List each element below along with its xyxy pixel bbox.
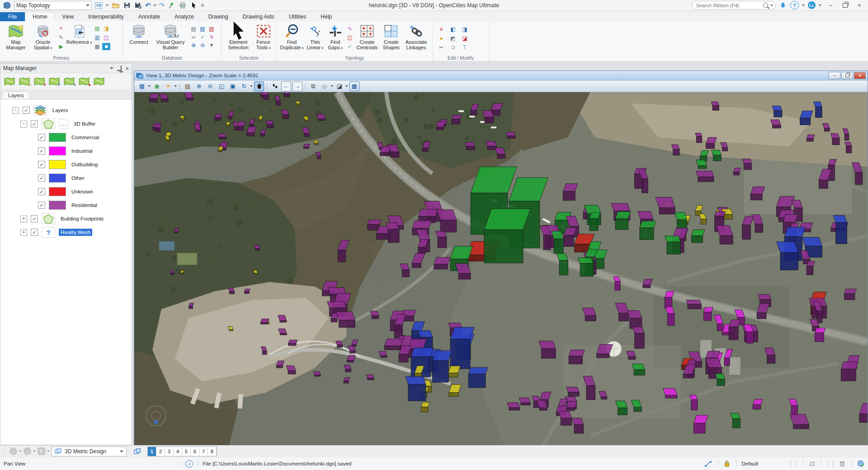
- ribbon-search-input[interactable]: [695, 2, 761, 9]
- update-view-icon[interactable]: ▧: [183, 81, 193, 91]
- pan-icon[interactable]: [254, 81, 264, 91]
- panel-pin-icon[interactable]: [117, 66, 122, 71]
- layer-row-commercial[interactable]: ✓Commercial: [0, 131, 132, 144]
- verify-database-icon[interactable]: ✓: [198, 33, 207, 41]
- active-design-selector[interactable]: 3D Metric Design: [52, 446, 127, 456]
- layer-row-reality-mesh[interactable]: +✓?Reality Mesh: [0, 226, 132, 239]
- close-button[interactable]: ×: [854, 1, 865, 9]
- account-chevron-icon[interactable]: [818, 5, 822, 6]
- commit-map-icon[interactable]: ✓: [49, 77, 60, 86]
- element-selection-quick-icon[interactable]: [189, 1, 198, 9]
- view-tab-5[interactable]: 5: [182, 447, 191, 456]
- extend-line-icon[interactable]: ⊃: [449, 44, 457, 51]
- fit-view-icon[interactable]: ▣: [228, 81, 238, 91]
- save-settings-icon[interactable]: [134, 1, 143, 9]
- clip-mask-chevron-icon[interactable]: [345, 85, 348, 87]
- geo-coordinate-icon[interactable]: [857, 460, 864, 467]
- layer-visibility-checkbox[interactable]: ✓: [31, 229, 38, 236]
- annotation-scale-icon[interactable]: [808, 460, 816, 467]
- layer-color-swatch[interactable]: [49, 201, 66, 210]
- layer-visibility-checkbox[interactable]: ✓: [38, 174, 45, 182]
- view-close-button[interactable]: ×: [854, 72, 866, 79]
- layer-visibility-checkbox[interactable]: ✓: [31, 120, 38, 127]
- layer-label[interactable]: Building Footprints: [59, 215, 105, 222]
- database-options-icon[interactable]: ▼: [208, 42, 216, 49]
- tree-expander-icon[interactable]: −: [20, 121, 27, 127]
- notifications-bell-icon[interactable]: [778, 1, 788, 9]
- view-title-bar[interactable]: View 1, 3D Metric Design - Zoom Scale = …: [134, 71, 868, 80]
- thin-linear-button[interactable]: Thin Linear: [305, 23, 325, 52]
- element-selection-button[interactable]: Element Selection: [224, 23, 252, 51]
- layer-row-other[interactable]: ✓Other: [0, 171, 132, 185]
- view-next-icon[interactable]: →: [292, 81, 302, 91]
- merge-left-icon[interactable]: ◧: [449, 26, 457, 33]
- rotate-view-icon[interactable]: ↻: [239, 81, 249, 91]
- layer-visibility-checkbox[interactable]: ✓: [38, 202, 45, 209]
- view-attributes-icon[interactable]: ▦: [137, 81, 147, 91]
- modify-element-icon[interactable]: ◩: [449, 35, 457, 42]
- partial-delete-icon[interactable]: ◪: [461, 35, 469, 42]
- oracle-spatial-button[interactable]: Oracle Spatial: [30, 23, 56, 52]
- redo-icon[interactable]: ↷: [159, 2, 165, 9]
- query-database-icon[interactable]: ⊕: [189, 42, 198, 49]
- layer-label[interactable]: 3D Buffer: [72, 120, 97, 127]
- undo-icon[interactable]: ↶: [145, 2, 151, 9]
- associate-linkages-button[interactable]: Associate Linkages: [403, 23, 429, 51]
- reference-button[interactable]: Reference: [66, 23, 92, 47]
- view-groups-icon[interactable]: [132, 447, 143, 456]
- view-attributes-chevron-icon[interactable]: [148, 85, 151, 87]
- delete-element-icon[interactable]: ×: [437, 26, 445, 33]
- raster-legend-icon[interactable]: ●: [79, 77, 90, 86]
- layer-visibility-checkbox[interactable]: ✓: [38, 147, 45, 155]
- tab-file[interactable]: File: [0, 12, 25, 21]
- locks-icon[interactable]: [723, 460, 731, 467]
- remove-map-index-icon[interactable]: ×: [57, 25, 65, 32]
- layer-color-swatch[interactable]: [49, 146, 66, 155]
- markups-icon[interactable]: ◫: [102, 34, 110, 41]
- view-tab-7[interactable]: 7: [199, 447, 208, 456]
- view-restore-button[interactable]: [841, 72, 853, 79]
- back-view-button[interactable]: ←: [9, 447, 17, 455]
- link-tables-icon[interactable]: ∞: [189, 33, 198, 41]
- unregister-tables-icon[interactable]: ▧: [208, 25, 216, 33]
- view-tab-3[interactable]: 3: [165, 447, 174, 456]
- new-map-icon[interactable]: [4, 77, 15, 86]
- tab-analyze[interactable]: Analyze: [167, 12, 201, 21]
- view-tab-1[interactable]: 1: [148, 447, 156, 456]
- layer-label[interactable]: Outbuilding: [70, 161, 99, 168]
- layer-row-residential[interactable]: ✓Residential: [0, 198, 132, 212]
- tab-view[interactable]: View: [55, 12, 81, 21]
- edit-feature-icon[interactable]: ✎: [57, 34, 65, 41]
- layer-label[interactable]: Reality Mesh: [59, 229, 92, 236]
- layer-label[interactable]: Residential: [70, 202, 99, 209]
- overlap-shapes-icon[interactable]: ◫: [346, 34, 354, 41]
- tree-expander-icon[interactable]: +: [20, 229, 27, 236]
- v8-format-icon[interactable]: V8: [94, 1, 103, 9]
- select-clip-icon[interactable]: ▩: [349, 81, 359, 91]
- layer-visibility-checkbox[interactable]: ✓: [31, 215, 38, 222]
- find-duplicate-button[interactable]: Find Duplicate: [279, 23, 304, 52]
- history-chevron-icon[interactable]: [47, 451, 50, 452]
- layer-color-swatch[interactable]: [49, 174, 66, 183]
- view-history-button[interactable]: ↻: [38, 447, 45, 455]
- layer-label[interactable]: Other: [70, 174, 86, 182]
- create-centroids-button[interactable]: Create Centroids: [355, 23, 380, 51]
- help-chevron-icon[interactable]: [802, 5, 805, 6]
- change-attributes-icon[interactable]: ●: [437, 35, 445, 42]
- validate-shape-icon[interactable]: ✓: [346, 43, 354, 50]
- walk-icon[interactable]: [270, 81, 280, 91]
- copy-view-icon[interactable]: ⧉: [308, 81, 318, 91]
- layer-label[interactable]: Industrial: [70, 147, 94, 155]
- visual-query-builder-button[interactable]: A1 Visual Query Builder: [153, 23, 188, 51]
- view-tab-8[interactable]: 8: [208, 447, 217, 456]
- clip-volume-icon[interactable]: ◇: [320, 81, 330, 91]
- chevron-down-icon[interactable]: [105, 5, 109, 6]
- save-icon[interactable]: [123, 1, 132, 9]
- tab-utilities[interactable]: Utilities: [282, 12, 314, 21]
- layer-label[interactable]: Commercial: [70, 134, 101, 141]
- layer-visibility-checkbox[interactable]: ✓: [38, 161, 45, 168]
- zoom-out-icon[interactable]: ⊖: [205, 81, 215, 91]
- merge-right-icon[interactable]: ◨: [461, 26, 469, 33]
- recycle-bin-icon[interactable]: [839, 460, 846, 467]
- forward-history-chevron-icon[interactable]: [33, 451, 36, 452]
